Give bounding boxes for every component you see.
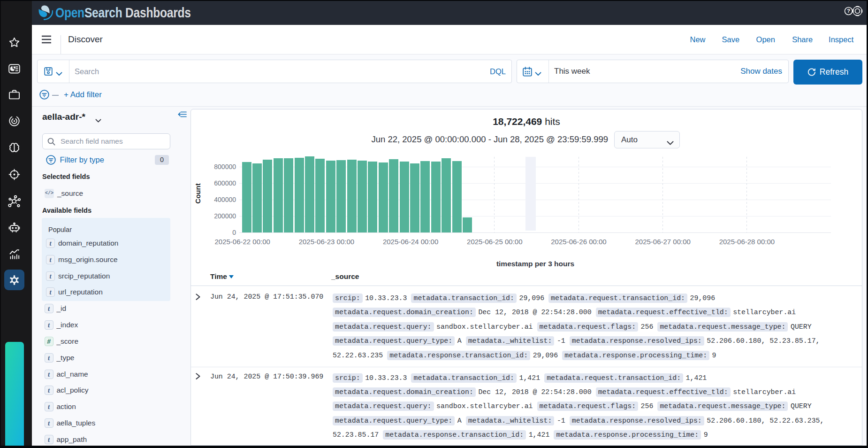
- svg-text:?: ?: [847, 8, 850, 14]
